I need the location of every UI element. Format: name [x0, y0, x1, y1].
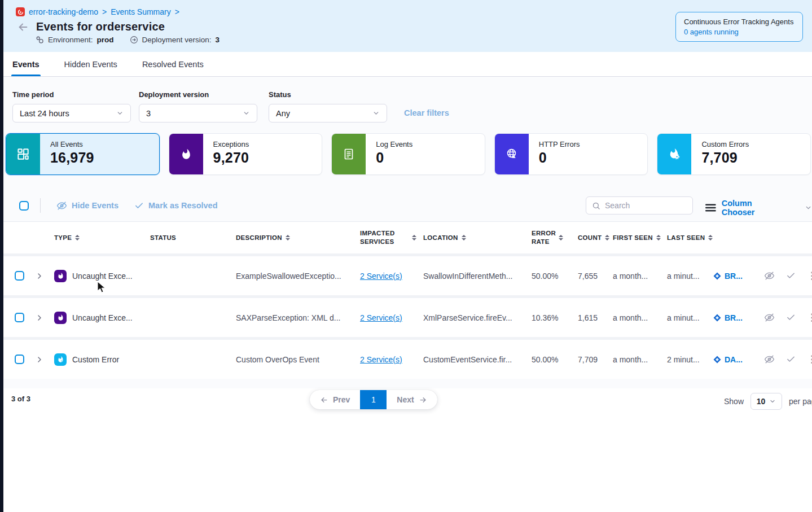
- ticket-tag-link[interactable]: BR...: [725, 272, 743, 281]
- diamond-icon: [713, 272, 721, 280]
- last-seen: 2 minut...: [667, 355, 713, 364]
- sort-icon: [286, 235, 290, 240]
- last-seen: a minut...: [667, 313, 713, 322]
- hide-event-icon[interactable]: [764, 312, 775, 323]
- breadcrumb-project-link[interactable]: error-tracking-demo: [29, 7, 98, 16]
- event-location: CustomEventService.fir...: [423, 355, 532, 364]
- col-count[interactable]: COUNT: [578, 234, 613, 242]
- event-description: SAXParseException: XML d...: [236, 313, 360, 322]
- tab-events[interactable]: Events: [12, 52, 39, 76]
- environment-meta: Environment: prod: [36, 36, 114, 44]
- search-icon: [592, 202, 600, 210]
- sort-icon: [605, 235, 609, 240]
- card-custom-errors[interactable]: Custom Errors 7,709: [657, 133, 811, 175]
- page-header: error-tracking-demo > Events Summary > E…: [3, 0, 812, 52]
- grid-icon: [16, 147, 30, 161]
- impacted-services-link[interactable]: 2 Service(s): [360, 313, 402, 322]
- eye-slash-icon: [56, 200, 67, 211]
- mark-resolved-button[interactable]: Mark as Resolved: [134, 201, 218, 211]
- page-size-select[interactable]: 10: [750, 393, 782, 410]
- next-page-button[interactable]: Next: [387, 390, 437, 409]
- exception-type-icon: [54, 270, 67, 282]
- event-type: Uncaught Exce...: [72, 313, 133, 322]
- row-menu-icon[interactable]: ⋮: [807, 355, 812, 364]
- col-error-rate[interactable]: ERROR RATE: [532, 229, 576, 246]
- card-http-errors[interactable]: HTTP Errors 0: [494, 133, 648, 175]
- chevron-down-icon: [769, 398, 776, 405]
- card-exceptions[interactable]: Exceptions 9,270: [169, 133, 323, 175]
- first-seen: a month...: [613, 355, 667, 364]
- card-all-events[interactable]: All Events 16,979: [6, 133, 160, 175]
- current-page-button[interactable]: 1: [360, 390, 387, 409]
- per-page-label: per page: [789, 397, 812, 406]
- hide-event-icon[interactable]: [764, 270, 775, 281]
- card-value: 0: [376, 150, 412, 166]
- ticket-tag-link[interactable]: DA...: [725, 355, 743, 364]
- last-seen: a minut...: [667, 272, 713, 281]
- globe-error-icon: [505, 147, 519, 161]
- impacted-services-link[interactable]: 2 Service(s): [360, 272, 402, 281]
- diamond-icon: [713, 314, 721, 322]
- time-period-select[interactable]: Last 24 hours: [12, 104, 131, 122]
- status-label: Status: [269, 90, 387, 99]
- event-location: XmlParseService.fireEv...: [423, 313, 532, 322]
- col-type[interactable]: TYPE: [54, 234, 80, 242]
- chevron-down-icon: [805, 204, 812, 212]
- row-menu-icon[interactable]: ⋮: [807, 313, 812, 322]
- agents-running-link[interactable]: 0 agents running: [684, 28, 795, 36]
- event-description: ExampleSwallowedExceptio...: [236, 272, 360, 281]
- breadcrumb-section-link[interactable]: Events Summary: [111, 7, 171, 16]
- column-chooser-button[interactable]: Column Chooser: [705, 199, 812, 217]
- environment-icon: [36, 36, 44, 44]
- row-checkbox[interactable]: [15, 313, 24, 322]
- diamond-icon: [713, 356, 721, 364]
- deployment-version-filter: Deployment version 3: [139, 90, 257, 122]
- tab-resolved-events[interactable]: Resolved Events: [142, 52, 204, 76]
- chevron-down-icon: [243, 110, 250, 117]
- arrow-left-icon: [320, 396, 328, 404]
- deployment-version-select[interactable]: 3: [139, 104, 257, 122]
- back-arrow-icon[interactable]: [17, 21, 29, 33]
- flame-gear-icon: [668, 147, 681, 161]
- card-label: Exceptions: [213, 140, 249, 148]
- col-location[interactable]: LOCATION: [423, 234, 532, 242]
- status-select[interactable]: Any: [269, 104, 387, 122]
- pager-pill: Prev 1 Next: [310, 390, 437, 409]
- clear-filters-button[interactable]: Clear filters: [404, 108, 449, 117]
- resolve-event-icon[interactable]: [786, 355, 796, 364]
- select-all-checkbox[interactable]: [19, 201, 29, 211]
- table-row[interactable]: Uncaught Exce... ExampleSwallowedExcepti…: [3, 256, 812, 295]
- content-area: Time period Last 24 hours Deployment ver…: [3, 77, 812, 388]
- show-label: Show: [724, 397, 744, 406]
- card-log-events[interactable]: Log Events 0: [331, 133, 485, 175]
- col-first-seen[interactable]: FIRST SEEN: [613, 234, 667, 242]
- table-row[interactable]: Uncaught Exce... SAXParseException: XML …: [3, 298, 812, 337]
- row-menu-icon[interactable]: ⋮: [807, 271, 812, 281]
- ticket-tag-link[interactable]: BR...: [725, 313, 743, 322]
- sort-icon: [412, 235, 416, 240]
- sort-icon: [75, 235, 80, 240]
- hide-events-button[interactable]: Hide Events: [56, 200, 118, 211]
- hide-event-icon[interactable]: [764, 354, 775, 365]
- prev-page-button[interactable]: Prev: [310, 390, 360, 409]
- table-row[interactable]: Custom Error Custom OverOps Event 2 Serv…: [3, 340, 812, 379]
- col-description[interactable]: DESCRIPTION: [236, 234, 360, 242]
- col-status: STATUS: [150, 234, 236, 242]
- tab-hidden-events[interactable]: Hidden Events: [64, 52, 117, 76]
- resolve-event-icon[interactable]: [786, 313, 796, 322]
- card-label: Custom Errors: [701, 140, 749, 148]
- col-impacted-services[interactable]: IMPACTED SERVICES: [360, 229, 416, 246]
- impacted-services-link[interactable]: 2 Service(s): [360, 355, 402, 364]
- expand-chevron-icon[interactable]: [35, 272, 44, 281]
- events-table: TYPE STATUS DESCRIPTION IMPACTED SERVICE…: [3, 221, 812, 379]
- row-checkbox[interactable]: [15, 355, 24, 364]
- expand-chevron-icon[interactable]: [35, 355, 44, 364]
- tab-bar: Events Hidden Events Resolved Events: [3, 52, 812, 77]
- row-checkbox[interactable]: [15, 271, 24, 281]
- search-input[interactable]: [605, 201, 684, 210]
- resolve-event-icon[interactable]: [786, 271, 796, 281]
- col-last-seen[interactable]: LAST SEEN: [667, 234, 713, 242]
- deployment-version-label: Deployment version: [139, 90, 257, 99]
- expand-chevron-icon[interactable]: [35, 313, 44, 322]
- error-rate: 50.00%: [532, 355, 578, 364]
